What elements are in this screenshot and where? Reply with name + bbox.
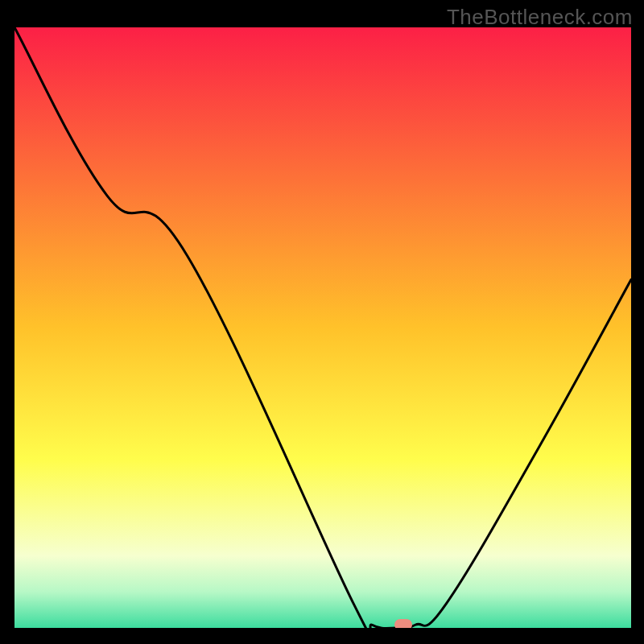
chart-frame: TheBottleneck.com: [0, 0, 644, 644]
chart-svg: [14, 27, 631, 628]
watermark-text: TheBottleneck.com: [447, 5, 633, 30]
optimal-marker: [394, 619, 412, 628]
plot-area: [14, 27, 631, 628]
